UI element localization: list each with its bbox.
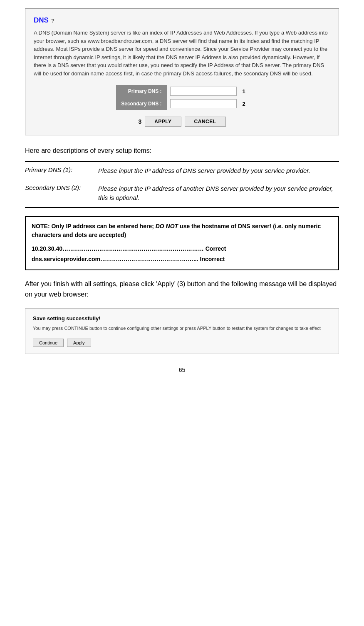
dns-title: DNS ? [34, 16, 330, 25]
primary-dns-definition: Please input the IP address of DNS serve… [98, 166, 310, 176]
secondary-dns-desc-row: Secondary DNS (2): Please input the IP a… [25, 180, 339, 207]
primary-dns-term: Primary DNS (1): [25, 166, 92, 176]
secondary-dns-row: Secondary DNS : 2 [116, 97, 248, 110]
page-number: 65 [25, 367, 339, 373]
secondary-dns-number: 2 [240, 97, 248, 110]
secondary-dns-term: Secondary DNS (2): [25, 184, 92, 203]
note-correct-example: 10.20.30.40……………………….……………………………………… Cor… [32, 244, 332, 254]
success-title: Save setting successfully! [33, 315, 331, 322]
section-intro: Here are descriptions of every setup ite… [25, 147, 339, 155]
dns-screenshot-box: DNS ? A DNS (Domain Name System) server … [25, 8, 339, 135]
dns-description: A DNS (Domain Name System) server is lik… [34, 29, 330, 77]
cancel-button[interactable]: CANCEL [185, 117, 226, 127]
secondary-dns-definition: Please input the IP address of another D… [98, 184, 339, 203]
note-examples: 10.20.30.40……………………….……………………………………… Cor… [32, 244, 332, 264]
note-text-1: NOTE: Only IP address can be entered her… [32, 223, 156, 229]
success-box: Save setting successfully! You may press… [25, 308, 339, 354]
primary-dns-input[interactable] [170, 87, 237, 96]
dns-title-text: DNS [34, 16, 49, 25]
dns-help-icon: ? [51, 17, 54, 24]
after-text: After you finish with all settings, plea… [25, 279, 339, 300]
success-apply-button[interactable]: Apply [67, 339, 91, 347]
note-box: NOTE: Only IP address can be entered her… [25, 216, 339, 270]
dns-form: Primary DNS : 1 Secondary DNS : 2 3 APPL… [34, 85, 330, 127]
note-do-not: DO NOT [156, 223, 178, 229]
primary-dns-input-cell [167, 85, 240, 97]
buttons-number: 3 [138, 118, 141, 125]
primary-dns-row: Primary DNS : 1 [116, 85, 248, 97]
success-continue-button[interactable]: Continue [33, 339, 64, 347]
primary-dns-desc-row: Primary DNS (1): Please input the IP add… [25, 162, 339, 180]
description-table: Primary DNS (1): Please input the IP add… [25, 161, 339, 208]
secondary-dns-input-cell [167, 97, 240, 110]
note-text: NOTE: Only IP address can be entered her… [32, 222, 332, 239]
apply-button[interactable]: APPLY [145, 117, 181, 127]
secondary-dns-input[interactable] [170, 99, 237, 108]
primary-dns-number: 1 [240, 85, 248, 97]
primary-dns-label: Primary DNS : [116, 85, 166, 97]
dns-buttons-row: 3 APPLY CANCEL [138, 117, 225, 127]
secondary-dns-label: Secondary DNS : [116, 97, 166, 110]
dns-form-table: Primary DNS : 1 Secondary DNS : 2 [116, 85, 248, 110]
success-buttons: Continue Apply [33, 339, 331, 347]
success-message: You may press CONTINUE button to continu… [33, 325, 331, 332]
note-incorrect-example: dns.serviceprovider.com………………………………………….… [32, 254, 332, 264]
